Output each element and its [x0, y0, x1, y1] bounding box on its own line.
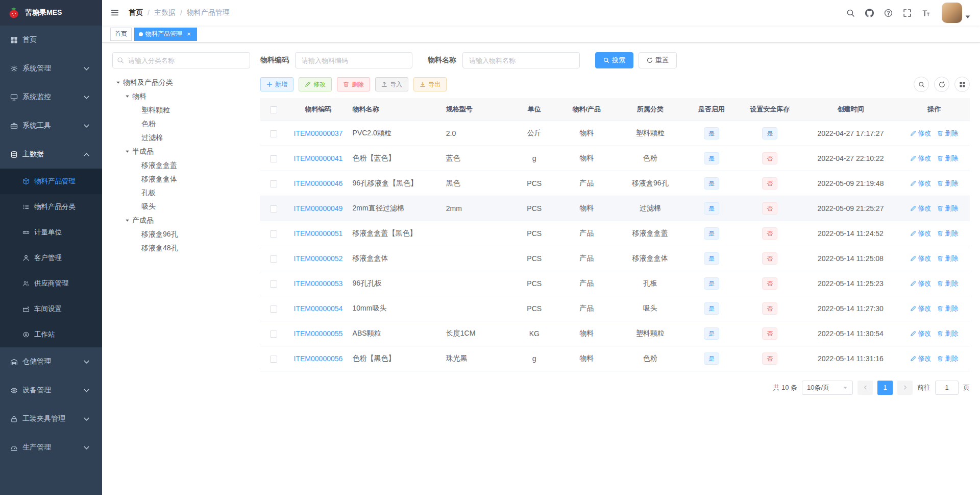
category-search-input[interactable] — [112, 52, 250, 68]
row-checkbox[interactable] — [270, 280, 277, 288]
sidebar-item-warehouse-management[interactable]: 仓储管理 — [0, 347, 102, 376]
row-edit-button[interactable]: 修改 — [910, 354, 931, 363]
hamburger-icon[interactable] — [102, 0, 128, 26]
row-edit-button[interactable]: 修改 — [910, 304, 931, 313]
tree-node[interactable]: 物料 — [112, 89, 250, 103]
add-button[interactable]: 新增 — [260, 77, 293, 91]
row-delete-button[interactable]: 删除 — [937, 304, 958, 313]
row-edit-button[interactable]: 修改 — [910, 229, 931, 238]
tab-material-product-management[interactable]: 物料产品管理× — [134, 28, 197, 41]
search-icon[interactable] — [842, 0, 859, 26]
export-button[interactable]: 导出 — [413, 77, 447, 91]
row-checkbox[interactable] — [270, 230, 277, 238]
refresh-button[interactable] — [934, 77, 949, 92]
tree-node[interactable]: 产成品 — [112, 214, 250, 227]
row-delete-button[interactable]: 删除 — [937, 204, 958, 213]
avatar-menu[interactable] — [942, 3, 971, 23]
row-checkbox[interactable] — [270, 356, 277, 363]
column-settings-button[interactable] — [954, 77, 970, 92]
sidebar-item-system-management[interactable]: 系统管理 — [0, 54, 102, 83]
row-edit-button[interactable]: 修改 — [910, 254, 931, 263]
font-size-icon[interactable] — [918, 0, 935, 26]
tree-node[interactable]: 塑料颗粒 — [112, 103, 250, 117]
material-code-link[interactable]: ITEM00000041 — [294, 154, 343, 162]
tree-node[interactable]: 吸头 — [112, 200, 250, 214]
row-delete-button[interactable]: 删除 — [937, 229, 958, 238]
import-button[interactable]: 导入 — [375, 77, 408, 91]
row-delete-button[interactable]: 删除 — [937, 254, 958, 263]
row-edit-button[interactable]: 修改 — [910, 329, 931, 338]
row-checkbox[interactable] — [270, 155, 277, 162]
sidebar-item-system-monitor[interactable]: 系统监控 — [0, 83, 102, 111]
row-checkbox[interactable] — [270, 130, 277, 137]
row-edit-button[interactable]: 修改 — [910, 279, 931, 288]
material-code-link[interactable]: ITEM00000052 — [294, 254, 343, 263]
material-code-link[interactable]: ITEM00000051 — [294, 229, 343, 238]
row-delete-button[interactable]: 删除 — [937, 354, 958, 363]
row-edit-button[interactable]: 修改 — [910, 129, 931, 138]
row-checkbox[interactable] — [270, 180, 277, 187]
sidebar-subitem-measure-unit[interactable]: 计量单位 — [0, 220, 102, 245]
sidebar-item-home[interactable]: 首页 — [0, 26, 102, 54]
sidebar-item-master-data[interactable]: 主数据 — [0, 140, 102, 169]
tab-close-icon[interactable]: × — [185, 31, 192, 38]
search-button[interactable]: 搜索 — [595, 52, 633, 68]
help-icon[interactable] — [880, 0, 897, 26]
row-checkbox[interactable] — [270, 255, 277, 263]
page-size-select[interactable]: 10条/页 — [802, 381, 853, 395]
row-edit-button[interactable]: 修改 — [910, 179, 931, 188]
material-name-input[interactable] — [462, 52, 580, 68]
tree-node[interactable]: 移液盒盒盖 — [112, 158, 250, 172]
sidebar-subitem-supplier-management[interactable]: 供应商管理 — [0, 271, 102, 296]
sidebar-item-production-management[interactable]: 生产管理 — [0, 433, 102, 462]
page-button-1[interactable]: 1 — [877, 381, 893, 395]
sidebar-subitem-material-product-management[interactable]: 物料产品管理 — [0, 169, 102, 194]
tree-node[interactable]: 色粉 — [112, 117, 250, 131]
sidebar-subitem-workstation[interactable]: 工作站 — [0, 322, 102, 347]
material-code-input[interactable] — [295, 52, 412, 68]
sidebar-item-equipment-management[interactable]: 设备管理 — [0, 376, 102, 405]
edit-button[interactable]: 修改 — [299, 77, 332, 91]
material-code-link[interactable]: ITEM00000054 — [294, 304, 343, 313]
row-delete-button[interactable]: 删除 — [937, 279, 958, 288]
prev-page-button[interactable] — [857, 381, 873, 395]
goto-page-input[interactable] — [935, 381, 959, 395]
tree-node[interactable]: 半成品 — [112, 145, 250, 158]
tree-node[interactable]: 移液盒盒体 — [112, 172, 250, 186]
select-all-checkbox[interactable] — [270, 106, 277, 113]
material-code-link[interactable]: ITEM00000046 — [294, 179, 343, 187]
row-delete-button[interactable]: 删除 — [937, 129, 958, 138]
breadcrumb-item[interactable]: 首页 — [129, 8, 143, 17]
tree-node[interactable]: 物料及产品分类 — [112, 76, 250, 89]
tab-home[interactable]: 首页 — [110, 28, 132, 41]
row-edit-button[interactable]: 修改 — [910, 154, 931, 163]
row-checkbox[interactable] — [270, 205, 277, 213]
row-delete-button[interactable]: 删除 — [937, 329, 958, 338]
row-edit-button[interactable]: 修改 — [910, 204, 931, 213]
sidebar-item-system-tools[interactable]: 系统工具 — [0, 111, 102, 140]
material-code-link[interactable]: ITEM00000037 — [294, 129, 343, 137]
github-icon[interactable] — [861, 0, 878, 26]
sidebar-subitem-workshop-settings[interactable]: 车间设置 — [0, 296, 102, 322]
material-code-link[interactable]: ITEM00000056 — [294, 355, 343, 363]
material-code-link[interactable]: ITEM00000053 — [294, 279, 343, 288]
row-checkbox[interactable] — [270, 305, 277, 313]
next-page-button[interactable] — [897, 381, 913, 395]
tree-node[interactable]: 过滤棉 — [112, 131, 250, 145]
sidebar-subitem-material-product-category[interactable]: 物料产品分类 — [0, 194, 102, 220]
row-delete-button[interactable]: 删除 — [937, 179, 958, 188]
reset-button[interactable]: 重置 — [639, 52, 677, 68]
material-code-link[interactable]: ITEM00000049 — [294, 204, 343, 213]
row-checkbox[interactable] — [270, 331, 277, 338]
fullscreen-icon[interactable] — [899, 0, 916, 26]
delete-button[interactable]: 删除 — [337, 77, 370, 91]
tree-node[interactable]: 移液盒96孔 — [112, 227, 250, 241]
row-delete-button[interactable]: 删除 — [937, 154, 958, 163]
tree-node[interactable]: 移液盒48孔 — [112, 241, 250, 255]
sidebar-subitem-customer-management[interactable]: 客户管理 — [0, 245, 102, 271]
app-logo[interactable]: 苦糖果MES — [0, 0, 102, 26]
tree-node[interactable]: 孔板 — [112, 186, 250, 200]
toggle-search-button[interactable] — [914, 77, 929, 92]
sidebar-item-fixture-management[interactable]: 工装夹具管理 — [0, 405, 102, 433]
material-code-link[interactable]: ITEM00000055 — [294, 329, 343, 338]
